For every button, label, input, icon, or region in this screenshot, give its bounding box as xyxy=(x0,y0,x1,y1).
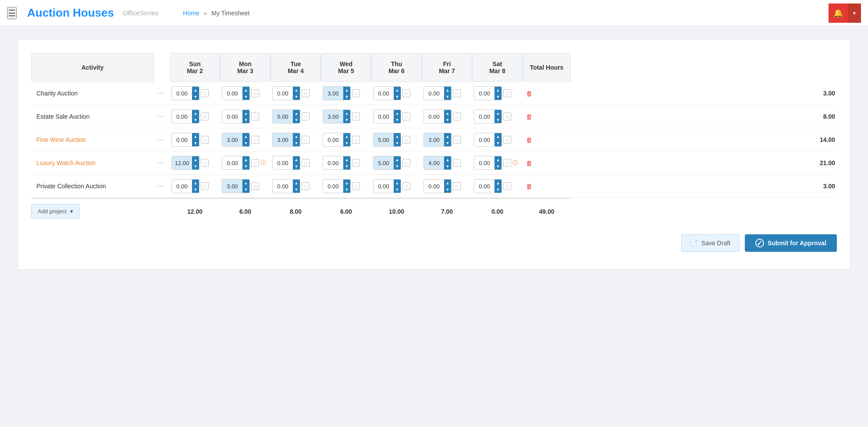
spin-down-3-5[interactable]: ▼ xyxy=(444,163,451,169)
hour-input-0-0[interactable] xyxy=(172,87,192,100)
hour-input-2-0[interactable] xyxy=(172,133,192,146)
spin-down-4-3[interactable]: ▼ xyxy=(343,186,350,193)
row-menu-button-2[interactable]: ··· xyxy=(156,135,165,145)
row-menu-button-1[interactable]: ··· xyxy=(156,112,165,121)
hour-input-3-0[interactable] xyxy=(172,156,192,169)
spin-down-0-2[interactable]: ▼ xyxy=(293,93,300,100)
spin-up-4-6[interactable]: ▲ xyxy=(494,180,502,186)
hour-input-3-4[interactable] xyxy=(374,156,394,169)
hour-input-3-3[interactable] xyxy=(323,156,343,169)
note-icon-2-1[interactable]: □ xyxy=(251,136,259,144)
spin-down-4-0[interactable]: ▼ xyxy=(192,186,199,193)
spin-down-4-2[interactable]: ▼ xyxy=(293,186,300,193)
hour-input-0-2[interactable] xyxy=(273,87,293,100)
spin-down-2-4[interactable]: ▼ xyxy=(394,140,401,146)
note-icon-3-2[interactable]: □ xyxy=(302,159,309,167)
spin-down-1-6[interactable]: ▼ xyxy=(494,116,502,123)
spin-up-3-5[interactable]: ▲ xyxy=(444,156,451,163)
note-icon-2-5[interactable]: □ xyxy=(453,136,461,144)
note-icon-4-0[interactable]: □ xyxy=(201,182,209,190)
note-icon-2-4[interactable]: □ xyxy=(402,136,410,144)
spin-up-4-2[interactable]: ▲ xyxy=(293,180,300,186)
spin-up-0-4[interactable]: ▲ xyxy=(394,87,401,93)
note-icon-3-3[interactable]: □ xyxy=(352,159,360,167)
delete-row-button-0[interactable]: 🗑 xyxy=(524,89,534,98)
note-icon-4-4[interactable]: □ xyxy=(402,182,410,190)
spin-down-4-6[interactable]: ▼ xyxy=(494,186,502,193)
spin-down-0-1[interactable]: ▼ xyxy=(242,93,249,100)
add-project-button[interactable]: Add project ▾ xyxy=(31,204,80,219)
row-menu-button-0[interactable]: ··· xyxy=(156,88,165,98)
hour-input-0-3[interactable] xyxy=(323,87,343,100)
spin-up-4-3[interactable]: ▲ xyxy=(343,180,350,186)
spin-down-0-4[interactable]: ▼ xyxy=(394,93,401,100)
spin-down-0-6[interactable]: ▼ xyxy=(494,93,502,100)
hour-input-0-4[interactable] xyxy=(374,87,394,100)
spin-up-1-1[interactable]: ▲ xyxy=(242,110,249,116)
hour-input-4-0[interactable] xyxy=(172,180,192,193)
hour-input-0-1[interactable] xyxy=(222,87,242,100)
hour-input-1-2[interactable] xyxy=(273,110,293,123)
hour-input-0-6[interactable] xyxy=(474,87,494,100)
bell-button[interactable]: 🔔 xyxy=(829,4,848,23)
spin-up-3-2[interactable]: ▲ xyxy=(293,156,300,163)
note-icon-3-0[interactable]: □ xyxy=(201,159,209,167)
hour-input-4-4[interactable] xyxy=(374,180,394,193)
note-icon-3-6[interactable]: □ xyxy=(503,159,511,167)
spin-up-1-6[interactable]: ▲ xyxy=(494,110,502,116)
note-icon-1-2[interactable]: □ xyxy=(302,113,309,120)
hour-input-3-1[interactable] xyxy=(222,156,242,169)
note-icon-3-1[interactable]: □ xyxy=(251,159,259,167)
note-icon-0-4[interactable]: □ xyxy=(402,89,410,97)
spin-up-2-0[interactable]: ▲ xyxy=(192,133,199,140)
spin-up-3-0[interactable]: ▲ xyxy=(192,156,199,163)
spin-down-1-0[interactable]: ▼ xyxy=(192,116,199,123)
spin-down-3-6[interactable]: ▼ xyxy=(494,163,502,169)
note-icon-0-1[interactable]: □ xyxy=(251,89,259,97)
note-icon-1-0[interactable]: □ xyxy=(201,113,209,120)
spin-down-2-3[interactable]: ▼ xyxy=(343,140,350,146)
hour-input-3-6[interactable] xyxy=(474,156,494,169)
breadcrumb-home-link[interactable]: Home xyxy=(183,10,199,17)
delete-row-button-4[interactable]: 🗑 xyxy=(524,182,534,191)
warn-icon-3-6[interactable]: ⓘ xyxy=(512,159,518,167)
note-icon-0-0[interactable]: □ xyxy=(201,89,209,97)
spin-up-1-3[interactable]: ▲ xyxy=(343,110,350,116)
note-icon-1-3[interactable]: □ xyxy=(352,113,360,120)
hour-input-2-3[interactable] xyxy=(323,133,343,146)
spin-down-1-1[interactable]: ▼ xyxy=(242,116,249,123)
spin-up-3-4[interactable]: ▲ xyxy=(394,156,401,163)
spin-up-1-4[interactable]: ▲ xyxy=(394,110,401,116)
spin-down-0-5[interactable]: ▼ xyxy=(444,93,451,100)
spin-up-3-1[interactable]: ▲ xyxy=(242,156,249,163)
hour-input-0-5[interactable] xyxy=(424,87,444,100)
hour-input-3-2[interactable] xyxy=(273,156,293,169)
hour-input-1-4[interactable] xyxy=(374,110,394,123)
spin-down-0-0[interactable]: ▼ xyxy=(192,93,199,100)
spin-up-2-3[interactable]: ▲ xyxy=(343,133,350,140)
spin-up-2-5[interactable]: ▲ xyxy=(444,133,451,140)
note-icon-3-5[interactable]: □ xyxy=(453,159,461,167)
spin-down-3-4[interactable]: ▼ xyxy=(394,163,401,169)
spin-down-1-3[interactable]: ▼ xyxy=(343,116,350,123)
note-icon-2-2[interactable]: □ xyxy=(302,136,309,144)
delete-row-button-2[interactable]: 🗑 xyxy=(524,135,534,145)
hamburger-icon[interactable]: ☰ xyxy=(7,7,17,19)
spin-down-4-1[interactable]: ▼ xyxy=(242,186,249,193)
spin-down-0-3[interactable]: ▼ xyxy=(343,93,350,100)
note-icon-4-3[interactable]: □ xyxy=(352,182,360,190)
hour-input-2-6[interactable] xyxy=(474,133,494,146)
note-icon-2-3[interactable]: □ xyxy=(352,136,360,144)
note-icon-4-6[interactable]: □ xyxy=(503,182,511,190)
note-icon-4-2[interactable]: □ xyxy=(302,182,309,190)
note-icon-3-4[interactable]: □ xyxy=(402,159,410,167)
spin-down-2-5[interactable]: ▼ xyxy=(444,140,451,146)
note-icon-0-6[interactable]: □ xyxy=(503,89,511,97)
spin-up-4-5[interactable]: ▲ xyxy=(444,180,451,186)
spin-down-2-1[interactable]: ▼ xyxy=(242,140,249,146)
spin-up-1-5[interactable]: ▲ xyxy=(444,110,451,116)
note-icon-0-3[interactable]: □ xyxy=(352,89,360,97)
note-icon-2-6[interactable]: □ xyxy=(503,136,511,144)
note-icon-0-2[interactable]: □ xyxy=(302,89,309,97)
spin-up-2-1[interactable]: ▲ xyxy=(242,133,249,140)
